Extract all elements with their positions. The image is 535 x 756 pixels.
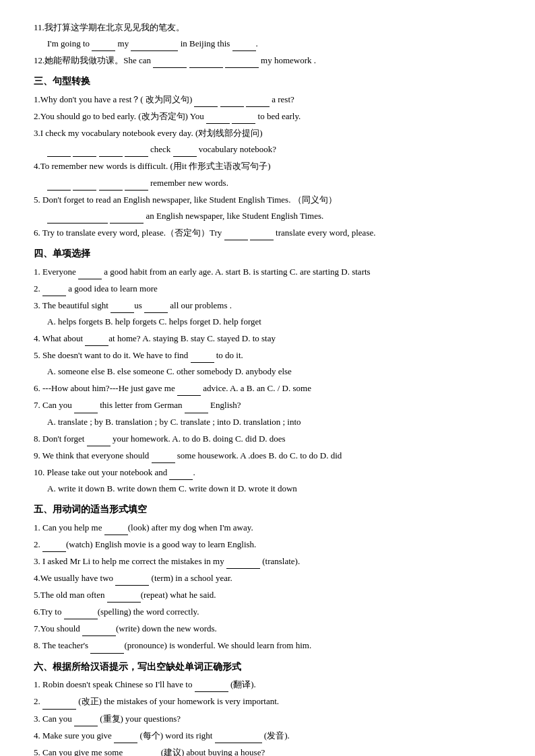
blank-s3-3-4[interactable] [125, 146, 148, 157]
blank-12-2[interactable] [189, 57, 223, 68]
blank-s3-3-5[interactable] [173, 146, 197, 157]
section4-title: 四、单项选择 [34, 246, 501, 262]
s6-q5: 5. Can you give me some (建议) about buyin… [34, 745, 501, 756]
s5-q7: 7.You should (write) down the new words. [34, 621, 501, 636]
blank-s5-3[interactable] [226, 558, 260, 569]
blank-s4-6[interactable] [177, 385, 201, 396]
blank-s3-1-2[interactable] [220, 96, 244, 107]
blank-s5-6[interactable] [64, 609, 98, 619]
blank-s4-7a[interactable] [74, 403, 98, 413]
s3-q2: 2.You should go to bed early. (改为否定句) Yo… [34, 109, 501, 124]
s5-q3: 3. I asked Mr Li to help me correct the … [34, 554, 501, 569]
section6-title: 六、根据所给汉语提示，写出空缺处单词正确形式 [34, 659, 501, 675]
blank-s3-6-1[interactable] [224, 230, 248, 240]
blank-s5-7[interactable] [82, 625, 116, 636]
s5-q6: 6.Try to (spelling) the word correctly. [34, 605, 501, 619]
blank-s3-3-3[interactable] [99, 146, 123, 157]
s3-q4: 4.To remember new words is difficult. (用… [34, 159, 501, 190]
s6-q4: 4. Make sure you give (每个) word its righ… [34, 728, 501, 743]
section3-title: 三、句型转换 [34, 73, 501, 90]
blank-s3-6-2[interactable] [250, 230, 274, 240]
blank-s3-2-1[interactable] [206, 113, 230, 124]
blank-s3-4-3[interactable] [99, 180, 123, 191]
question-11: 11.我打算这学期在北京见见我的笔友。 I'm going to my in B… [34, 20, 501, 51]
blank-s4-10[interactable] [169, 469, 193, 480]
s4-q9: 9. We think that everyone should some ho… [34, 448, 501, 463]
blank-s6-4b[interactable] [215, 732, 262, 743]
blank-s4-2[interactable] [42, 285, 66, 296]
s5-q5: 5.The old man often (repeat) what he sai… [34, 588, 501, 603]
blank-s6-5[interactable] [125, 749, 158, 756]
blank-s6-2[interactable] [42, 699, 76, 710]
s5-q8: 8. The teacher's (pronounce) is wonderfu… [34, 638, 501, 653]
s4-q4: 4. What about at home? A. staying B. sta… [34, 331, 501, 346]
blank-s3-3-1[interactable] [47, 146, 71, 157]
s3-q5: 5. Don't forget to read an English newsp… [34, 193, 501, 224]
blank-11-2[interactable] [131, 40, 178, 51]
blank-s5-8[interactable] [90, 643, 124, 654]
blank-s4-5[interactable] [191, 352, 214, 363]
s3-q6: 6. Try to translate every word, please.（… [34, 226, 501, 240]
s5-q2: 2. (watch) English movie is a good way t… [34, 537, 501, 552]
s3-q3: 3.I check my vocabulary notebook every d… [34, 126, 501, 157]
blank-s5-2[interactable] [42, 541, 66, 552]
s4-q2: 2. a good idea to learn more [34, 281, 501, 296]
blank-s3-5-2[interactable] [110, 213, 144, 224]
blank-12-3[interactable] [225, 57, 259, 68]
s4-q1: 1. Everyone a good habit from an early a… [34, 265, 501, 279]
blank-s4-8[interactable] [87, 436, 111, 446]
blank-s4-3b[interactable] [144, 302, 168, 313]
blank-s4-4[interactable] [85, 335, 108, 346]
blank-s3-4-4[interactable] [125, 180, 148, 191]
blank-12-1[interactable] [153, 57, 187, 68]
s4-q5: 5. She doesn't want to do it. We have to… [34, 348, 501, 379]
page-content: 11.我打算这学期在北京见见我的笔友。 I'm going to my in B… [34, 20, 501, 756]
s3-q1: 1.Why don't you have a rest？( 改为同义句) a r… [34, 92, 501, 107]
blank-s6-4a[interactable] [114, 732, 137, 743]
question-12: 12.她能帮助我做功课。She can my homework . [34, 53, 501, 68]
s6-q3: 3. Can you (重复) your questions? [34, 712, 501, 726]
blank-11-3[interactable] [232, 40, 256, 51]
blank-s4-7b[interactable] [185, 403, 208, 413]
s4-q7: 7. Can you this letter from German Engli… [34, 398, 501, 429]
blank-s5-5[interactable] [107, 592, 141, 603]
blank-s3-4-1[interactable] [47, 180, 71, 191]
s4-q10: 10. Please take out your notebook and . … [34, 465, 501, 496]
s4-q8: 8. Don't forget your homework. A. to do … [34, 432, 501, 446]
blank-s4-3a[interactable] [111, 302, 134, 313]
section5-title: 五、用动词的适当形式填空 [34, 502, 501, 518]
blank-s4-9[interactable] [152, 452, 175, 463]
blank-s3-1-3[interactable] [246, 96, 270, 107]
blank-s4-1[interactable] [78, 269, 102, 279]
s5-q1: 1. Can you help me (look) after my dog w… [34, 520, 501, 535]
blank-s3-5-1[interactable] [47, 213, 108, 224]
blank-s3-4-2[interactable] [73, 180, 96, 191]
s4-q6: 6. ---How about him?---He just gave me a… [34, 381, 501, 396]
blank-s3-2-2[interactable] [232, 113, 255, 124]
blank-11-1[interactable] [92, 40, 115, 51]
blank-s3-1-1[interactable] [194, 96, 218, 107]
s4-q3: 3. The beautiful sight us all our proble… [34, 298, 501, 329]
s6-q1: 1. Robin doesn't speak Chinese so I'll h… [34, 677, 501, 692]
blank-s6-3[interactable] [74, 716, 98, 726]
blank-s6-1[interactable] [195, 681, 228, 692]
blank-s5-1[interactable] [104, 524, 128, 535]
s6-q2: 2. (改正) the mistakes of your homework is… [34, 694, 501, 709]
s5-q4: 4.We usually have two (term) in a school… [34, 571, 501, 586]
blank-s5-4[interactable] [115, 575, 149, 586]
blank-s3-3-2[interactable] [73, 146, 96, 157]
